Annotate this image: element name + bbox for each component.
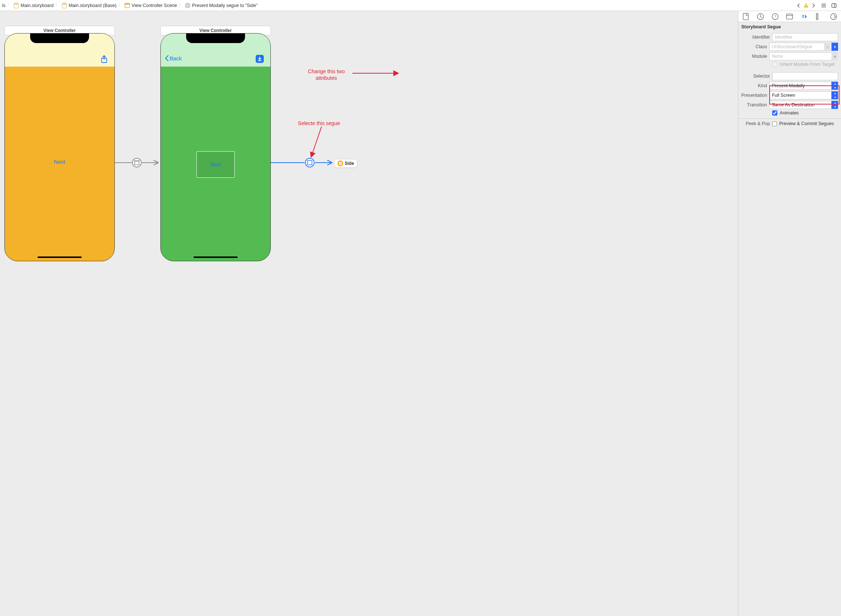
chevron-right-icon: 〉 — [117, 2, 124, 9]
help-inspector-tab-icon[interactable]: ? — [771, 13, 779, 21]
identity-inspector-tab-icon[interactable] — [785, 13, 794, 21]
storyboard-reference-side[interactable]: Side — [334, 159, 357, 168]
chevron-right-icon: 〉 — [6, 2, 13, 9]
share-icon[interactable] — [100, 55, 108, 64]
container-view[interactable]: Next — [196, 151, 235, 178]
presentation-select[interactable] — [769, 91, 838, 99]
inspector-tabs: ? — [738, 11, 841, 22]
crumb-label: Main.storyboard (Base) — [69, 3, 117, 8]
crumb-label: Present Modally segue to "Side" — [192, 3, 258, 8]
svg-rect-27 — [743, 13, 748, 20]
transition-stepper[interactable]: ▴▾ — [831, 101, 838, 109]
crumb-storyboard-file[interactable]: Main.storyboard — [13, 3, 54, 9]
svg-line-26 — [311, 126, 322, 157]
button-label: Next — [210, 161, 221, 167]
svg-point-6 — [185, 3, 190, 8]
svg-rect-8 — [806, 5, 806, 6]
field-label-selector: Selector — [741, 73, 770, 79]
chevron-right-icon: 〉 — [54, 2, 61, 9]
storyboard-file-icon — [62, 3, 67, 9]
storyboard-file-icon — [13, 3, 19, 9]
scene-view-controller-2[interactable]: View Controller Back Next — [160, 33, 271, 261]
selector-field[interactable] — [772, 72, 838, 80]
svg-rect-9 — [806, 6, 806, 7]
kind-stepper[interactable]: ▴▾ — [831, 82, 838, 90]
crumb-label: Main.storyboard — [21, 3, 54, 8]
storyboard-ref-label: Side — [345, 161, 354, 166]
annotation-arrow — [352, 70, 400, 76]
file-inspector-tab-icon[interactable] — [742, 13, 750, 21]
annotation-change-attributes: Change this two attributes — [299, 68, 354, 81]
module-dropdown-button[interactable]: ▾ — [831, 52, 838, 60]
annotation-text: Selecte this segue — [298, 120, 340, 126]
crumb-folder[interactable]: ls — [2, 3, 6, 8]
nav-back-icon[interactable] — [796, 2, 802, 9]
crumb-scene[interactable]: View Controller Scene — [125, 3, 177, 9]
attributes-inspector-tab-icon[interactable] — [800, 13, 808, 21]
nav-history — [796, 2, 817, 9]
device-frame: Back Next — [160, 33, 271, 261]
storyboard-canvas[interactable]: View Controller Next — [0, 11, 738, 616]
field-label-inherit: Inherit Module From Target — [779, 62, 835, 67]
field-label-class: Class — [741, 44, 767, 49]
svg-rect-5 — [125, 3, 129, 5]
warning-icon[interactable] — [803, 2, 809, 9]
editor-split-icon[interactable] — [831, 2, 837, 9]
preview-commit-checkbox[interactable] — [772, 122, 777, 126]
inherit-module-checkbox[interactable] — [772, 62, 777, 67]
identifier-field[interactable] — [772, 33, 838, 41]
download-icon[interactable] — [256, 55, 264, 63]
module-field[interactable] — [769, 52, 838, 60]
device-notch — [30, 34, 89, 43]
svg-rect-7 — [187, 4, 189, 6]
field-label-transition: Transition — [741, 102, 767, 107]
annotation-select-segue: Selecte this segue — [288, 120, 350, 126]
storyboard-ref-icon — [337, 160, 343, 166]
back-button[interactable]: Back — [164, 55, 182, 62]
home-indicator — [193, 257, 238, 258]
svg-rect-3 — [63, 4, 66, 4]
svg-rect-1 — [15, 4, 18, 4]
field-label-identifier: Identifier — [741, 35, 770, 40]
editor-path-bar: ls 〉 Main.storyboard 〉 Main.storyboard (… — [0, 0, 841, 11]
svg-text:?: ? — [774, 14, 776, 19]
svg-point-24 — [340, 163, 341, 164]
transition-select[interactable] — [769, 101, 838, 109]
scene-title: View Controller — [199, 28, 232, 33]
class-clear-button[interactable]: ○ — [824, 43, 831, 51]
button-label: Back — [170, 55, 182, 62]
size-inspector-tab-icon[interactable] — [815, 13, 823, 21]
field-label-presentation: Presentation — [741, 93, 767, 98]
annotation-text: Change this two — [308, 69, 345, 74]
connections-inspector-tab-icon[interactable] — [829, 13, 838, 21]
crumb-label: View Controller Scene — [132, 3, 177, 8]
annotation-arrow — [307, 126, 325, 160]
editor-layout-lines-icon[interactable] — [820, 2, 827, 9]
segue-show[interactable] — [115, 158, 159, 167]
field-label-module: Module — [741, 54, 767, 59]
svg-rect-10 — [832, 4, 836, 7]
field-label-peekpop: Peek & Pop — [741, 121, 770, 126]
segue-icon — [185, 3, 190, 9]
animates-checkbox[interactable] — [772, 110, 777, 116]
crumb-storyboard-base[interactable]: Main.storyboard (Base) — [62, 3, 117, 9]
inspector-body: Identifier Class ○ ▾ Module — [738, 31, 841, 131]
annotation-text: attributes — [316, 75, 337, 81]
scene-icon — [125, 3, 130, 9]
next-button[interactable]: Next — [54, 158, 66, 165]
field-label-kind: Kind — [741, 83, 767, 88]
inspector-section-title: Storyboard Segue — [738, 22, 841, 31]
class-dropdown-button[interactable]: ▾ — [831, 43, 838, 51]
history-inspector-tab-icon[interactable] — [756, 13, 765, 21]
nav-forward-icon[interactable] — [810, 2, 817, 9]
crumb-label: ls — [2, 3, 6, 8]
device-notch — [186, 34, 245, 43]
svg-rect-31 — [787, 14, 793, 19]
separator — [738, 119, 841, 119]
home-indicator — [38, 257, 82, 258]
presentation-stepper[interactable]: ▴▾ — [831, 91, 838, 99]
kind-select[interactable] — [769, 82, 838, 90]
button-label: Next — [54, 158, 66, 165]
scene-view-controller-1[interactable]: View Controller Next — [4, 33, 115, 261]
crumb-segue[interactable]: Present Modally segue to "Side" — [185, 3, 258, 9]
